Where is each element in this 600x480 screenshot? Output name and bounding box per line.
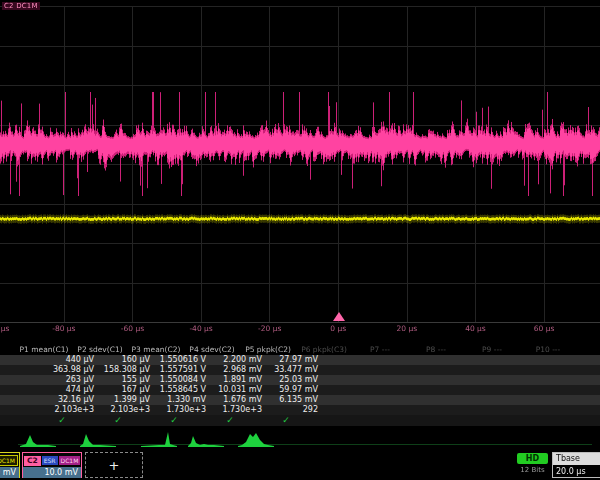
measure-value: 440 µV <box>46 355 102 365</box>
measure-header-row: P1 mean(C1)P2 sdev(C1)P3 mean(C2)P4 sdev… <box>0 344 600 355</box>
timebase-label: Tbase <box>553 453 600 465</box>
measure-value: 1.558645 V <box>158 385 214 395</box>
hd-mode-badge[interactable]: HD <box>517 453 548 464</box>
measure-value: 158.308 µV <box>102 365 158 375</box>
c1-scale-value: 10.0 mV <box>0 467 19 478</box>
measure-value: 32.16 µV <box>46 395 102 405</box>
histicon-p5[interactable] <box>238 430 274 448</box>
measure-value: 1.730e+3 <box>214 405 270 415</box>
measure-header[interactable]: P8 --- <box>408 344 464 355</box>
measure-value: 263 µV <box>46 375 102 385</box>
measure-value: 25.03 mV <box>270 375 326 385</box>
measure-header[interactable]: P2 sdev(C1) <box>72 344 128 355</box>
measure-value: 1.550616 V <box>158 355 214 365</box>
measure-value: 1.557591 V <box>158 365 214 375</box>
measure-header[interactable]: P6 pkpk(C3) <box>296 344 352 355</box>
measure-value: 167 µV <box>102 385 158 395</box>
measure-value: 2.103e+3 <box>46 405 102 415</box>
x-axis-tick-label: 40 µs <box>441 324 510 333</box>
status-check-icon: ✓ <box>202 415 258 426</box>
x-axis-tick-label: -100 µs <box>0 324 30 333</box>
histicon-p4[interactable] <box>188 430 224 448</box>
status-check-icon: ✓ <box>146 415 202 426</box>
measurement-table[interactable]: P1 mean(C1)P2 sdev(C1)P3 mean(C2)P4 sdev… <box>0 344 600 426</box>
measure-value: 1.550084 V <box>158 375 214 385</box>
measure-header[interactable]: P5 pkpk(C2) <box>240 344 296 355</box>
channel-c2-descriptor[interactable]: C2 ESR DC1M 10.0 mV <box>22 452 82 478</box>
measure-value: 1.399 µV <box>102 395 158 405</box>
measure-value: 59.97 mV <box>270 385 326 395</box>
status-check-icon: ✓ <box>34 415 90 426</box>
status-check-icon: ✓ <box>258 415 314 426</box>
c1-coupling-badge: DC1M <box>0 455 18 466</box>
hd-bits-label: 12 Bits <box>512 466 553 475</box>
measure-header[interactable]: P3 mean(C2) <box>128 344 184 355</box>
plus-icon: + <box>109 458 120 473</box>
measure-value: 33.477 mV <box>270 365 326 375</box>
measure-value: 2.968 mV <box>214 365 270 375</box>
measure-value: 155 µV <box>102 375 158 385</box>
measure-row-mean: 363.98 µV158.308 µV1.557591 V2.968 mV33.… <box>0 365 600 375</box>
measure-row-max: 474 µV167 µV1.558645 V10.031 mV59.97 mV <box>0 385 600 395</box>
measure-value: 2.103e+3 <box>102 405 158 415</box>
trace-descriptor-badge: C2 DC1M <box>2 2 40 10</box>
measure-value: 474 µV <box>46 385 102 395</box>
x-axis-tick-label: 20 µs <box>373 324 442 333</box>
measure-header[interactable]: P9 --- <box>464 344 520 355</box>
measure-header[interactable]: P1 mean(C1) <box>16 344 72 355</box>
histicon-row <box>0 430 600 450</box>
histicon-p1[interactable] <box>20 430 56 448</box>
x-axis-ticks: -100 µs-80 µs-60 µs-40 µs-20 µs0 µs20 µs… <box>0 324 600 333</box>
measure-header[interactable]: P10 --- <box>520 344 576 355</box>
x-axis-tick-label: 60 µs <box>510 324 579 333</box>
measure-row-num: 2.103e+32.103e+31.730e+31.730e+3292 <box>0 405 600 415</box>
measure-value: 1.330 mV <box>158 395 214 405</box>
c2-esr-badge: ESR <box>42 456 58 465</box>
timebase-panel[interactable]: Tbase 20.0 µs <box>552 452 600 478</box>
measure-header[interactable]: P7 --- <box>352 344 408 355</box>
measure-row-sdev: 32.16 µV1.399 µV1.330 mV1.676 mV6.135 mV <box>0 395 600 405</box>
measure-value: 2.200 mV <box>214 355 270 365</box>
measure-status-row: ✓✓✓✓✓ <box>0 415 600 426</box>
measure-value: 1.891 mV <box>214 375 270 385</box>
measure-value: 292 <box>270 405 326 415</box>
timebase-value: 20.0 µs <box>553 465 600 478</box>
x-axis-tick-label: -80 µs <box>30 324 99 333</box>
measure-value: 27.97 mV <box>270 355 326 365</box>
add-trace-button[interactable]: + <box>85 452 143 478</box>
status-check-icon: ✓ <box>90 415 146 426</box>
c2-label: C2 <box>24 456 41 466</box>
x-axis-tick-label: -20 µs <box>235 324 304 333</box>
oscilloscope-screen: C2 DC1M -100 µs-80 µs-60 µs-40 µs-20 µs0… <box>0 0 600 480</box>
x-axis-tick-label: -60 µs <box>98 324 167 333</box>
x-axis-tick-label: 0 µs <box>304 324 373 333</box>
histicon-p2[interactable] <box>80 430 116 448</box>
x-axis-tick-label: -40 µs <box>167 324 236 333</box>
measure-header[interactable]: P4 sdev(C2) <box>184 344 240 355</box>
c2-scale-value: 10.0 mV <box>23 467 81 478</box>
measure-value: 1.730e+3 <box>158 405 214 415</box>
measure-value: 160 µV <box>102 355 158 365</box>
measure-value: 363.98 µV <box>46 365 102 375</box>
c2-coupling-badge: DC1M <box>59 456 81 465</box>
measure-row-min: 263 µV155 µV1.550084 V1.891 mV25.03 mV <box>0 375 600 385</box>
histicon-p3[interactable] <box>141 430 177 448</box>
measure-value: 10.031 mV <box>214 385 270 395</box>
waveform-grid[interactable] <box>0 0 600 336</box>
channel-c1-descriptor[interactable]: DC1M 10.0 mV <box>0 452 20 478</box>
measure-row-value: 440 µV160 µV1.550616 V2.200 mV27.97 mV <box>0 355 600 365</box>
measure-value: 1.676 mV <box>214 395 270 405</box>
measure-value: 6.135 mV <box>270 395 326 405</box>
